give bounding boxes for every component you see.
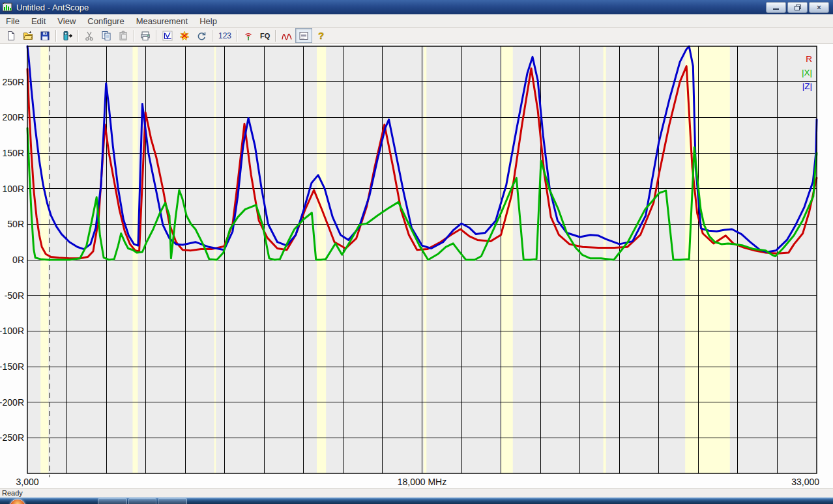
save-file-icon: [40, 31, 50, 41]
toolbar-separator: [212, 30, 213, 42]
taskbar[interactable]: [0, 497, 833, 504]
toolbar-separator: [55, 30, 57, 42]
new-document-button[interactable]: [3, 28, 20, 43]
y-axis-label: 0R: [12, 255, 24, 265]
menu-item-view[interactable]: View: [51, 15, 81, 27]
antscope-window: Untitled - AntScope × FileEditViewConfig…: [0, 0, 833, 504]
menu-item-help[interactable]: Help: [194, 15, 223, 27]
log-view-icon: [299, 31, 309, 41]
y-axis-label: 250R: [3, 77, 24, 87]
refresh-icon: [196, 31, 207, 41]
menu-item-edit[interactable]: Edit: [25, 15, 51, 27]
toolbar: 123FQ?: [0, 28, 833, 44]
restore-button[interactable]: [787, 2, 808, 13]
frequency-button[interactable]: FQ: [257, 28, 273, 43]
window-controls: ×: [766, 2, 833, 13]
x-axis-label: 18,000 MHz: [398, 477, 446, 487]
antscope-app-icon: [3, 2, 13, 12]
log-view-button[interactable]: [295, 28, 312, 43]
connect-analyzer-icon: [62, 31, 72, 41]
wifi-antenna-button[interactable]: [240, 28, 257, 43]
minimize-button[interactable]: [766, 2, 786, 13]
menu-bar: FileEditViewConfigureMeasurementHelp: [0, 14, 833, 28]
numbers-button[interactable]: 123: [215, 28, 235, 43]
paste-icon: [118, 31, 128, 41]
y-axis-label: 50R: [7, 219, 24, 229]
clear-markers-button[interactable]: [176, 28, 193, 43]
x-axis-label: 3,000: [16, 477, 38, 487]
connect-analyzer-button[interactable]: [59, 28, 76, 43]
legend-entry-X: |X|: [802, 68, 812, 77]
curves-view-icon: [282, 31, 292, 41]
x-axis-label: 33,000: [791, 477, 819, 487]
status-text: Ready: [2, 489, 23, 497]
chart-canvas[interactable]: 250R200R150R100R50R0R-50R-100R-150R-200R…: [0, 44, 833, 488]
legend-entry-R: R: [806, 54, 812, 64]
menu-item-measurement[interactable]: Measurement: [130, 15, 194, 27]
taskbar-button[interactable]: [98, 498, 127, 504]
paste-button[interactable]: [115, 28, 132, 43]
svg-text:?: ?: [318, 31, 324, 41]
copy-icon: [101, 31, 111, 41]
frequency-label: FQ: [257, 32, 272, 40]
start-button[interactable]: [9, 499, 26, 504]
print-button[interactable]: [137, 28, 154, 43]
y-axis-label: -150R: [0, 361, 24, 372]
toolbar-separator: [78, 30, 79, 42]
open-file-button[interactable]: [20, 28, 37, 43]
chart-view-icon: [162, 31, 173, 41]
toolbar-separator: [134, 30, 135, 42]
y-axis-label: -200R: [0, 397, 24, 408]
y-axis-label: 200R: [3, 112, 24, 122]
save-file-button[interactable]: [37, 28, 53, 43]
window-title: Untitled - AntScope: [16, 3, 89, 12]
cut-button[interactable]: [81, 28, 98, 43]
print-icon: [140, 31, 151, 41]
menu-item-file[interactable]: File: [0, 15, 25, 27]
minimize-icon: [773, 8, 779, 10]
cut-icon: [84, 31, 95, 41]
curves-view-button[interactable]: [278, 28, 295, 43]
y-axis-label: -50R: [5, 290, 24, 301]
y-axis-label: 100R: [3, 184, 24, 194]
help-button[interactable]: ?: [312, 28, 329, 43]
close-button[interactable]: ×: [809, 2, 829, 13]
clear-markers-icon: [179, 31, 190, 41]
toolbar-separator: [275, 30, 276, 42]
y-axis-label: -250R: [0, 432, 24, 443]
copy-button[interactable]: [98, 28, 115, 43]
restore-icon: [795, 5, 800, 10]
status-bar: Ready: [0, 488, 833, 497]
menu-item-configure[interactable]: Configure: [81, 15, 130, 27]
chart-view-button[interactable]: [159, 28, 176, 43]
wifi-antenna-icon: [243, 31, 254, 41]
taskbar-button[interactable]: [158, 498, 187, 504]
y-axis-label: 150R: [3, 148, 24, 158]
toolbar-separator: [237, 30, 238, 42]
open-file-icon: [23, 31, 33, 41]
taskbar-button[interactable]: [128, 498, 156, 504]
close-icon: ×: [817, 4, 821, 11]
title-bar[interactable]: Untitled - AntScope ×: [0, 0, 833, 14]
new-document-icon: [6, 31, 16, 41]
help-icon: ?: [315, 31, 326, 41]
impedance-chart[interactable]: 250R200R150R100R50R0R-50R-100R-150R-200R…: [0, 44, 833, 488]
toolbar-separator: [156, 30, 157, 42]
y-axis-label: -100R: [0, 326, 24, 336]
numbers-label: 123: [216, 31, 234, 40]
legend-entry-Z: |Z|: [802, 81, 812, 91]
refresh-button[interactable]: [193, 28, 210, 43]
